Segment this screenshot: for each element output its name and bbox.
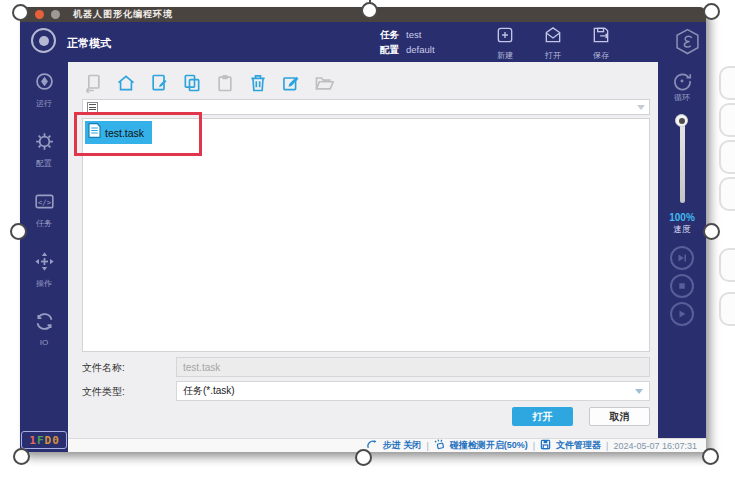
speed-slider-handle[interactable] <box>675 114 688 127</box>
dialog-buttons: 打开 取消 <box>512 407 650 426</box>
config-row: 配置default <box>380 42 435 57</box>
open-folder-icon[interactable] <box>314 73 334 93</box>
selection-handle-left[interactable] <box>10 223 27 240</box>
chevron-down-icon <box>635 389 643 394</box>
task-icon: </> <box>34 191 55 216</box>
separator: | <box>533 441 535 451</box>
sidebar-item-label: 运行 <box>36 98 52 109</box>
hex-char: D <box>45 434 52 447</box>
loop-icon[interactable] <box>671 70 693 92</box>
file-name-text: test.task <box>105 127 144 139</box>
mode-label: 正常模式 <box>67 36 111 51</box>
sidebar-item-run[interactable]: 运行 <box>34 71 55 109</box>
selection-handle-bottom-left[interactable] <box>13 448 30 465</box>
selection-handle-right[interactable] <box>703 223 720 240</box>
selection-handle-top-left[interactable] <box>12 4 29 21</box>
cancel-button[interactable]: 取消 <box>589 407 650 426</box>
speed-percent: 100% <box>669 212 695 223</box>
sidebar-item-label: 任务 <box>36 218 52 229</box>
new-task-button[interactable]: 新建 <box>486 25 524 61</box>
io-icon <box>34 311 55 336</box>
file-type-label: 文件类型: <box>82 385 125 399</box>
separator: | <box>426 441 428 451</box>
app-window: 机器人图形化编程环境 正常模式 任务test 配置default 新建 <box>20 7 706 452</box>
file-type-row: 文件类型: 任务(*.task) <box>68 381 658 401</box>
file-name-row: 文件名称: <box>68 357 658 377</box>
ghost-shape <box>719 140 735 174</box>
file-dialog: test.task 文件名称: 文件类型: 任务(*.task) 打开 取消 <box>68 62 658 438</box>
hex-char: 0 <box>52 434 59 447</box>
file-name-label: 文件名称: <box>82 361 125 375</box>
sidebar-item-io[interactable]: IO <box>34 311 55 347</box>
list-view-icon <box>87 102 98 113</box>
right-sidebar: 循环 100% 速度 <box>658 62 706 438</box>
step-mode-text[interactable]: 步进 关闭 <box>383 439 422 452</box>
ghost-shape <box>719 248 735 282</box>
file-list[interactable]: test.task <box>82 118 650 352</box>
file-type-select[interactable]: 任务(*.task) <box>176 381 650 401</box>
run-icon <box>34 71 55 96</box>
separator: | <box>606 441 608 451</box>
open-task-label: 打开 <box>545 50 561 61</box>
left-sidebar: 运行 配置 </> 任务 操作 <box>20 62 68 452</box>
file-list-item-selected[interactable]: test.task <box>85 121 152 144</box>
file-name-input[interactable] <box>176 357 650 377</box>
hex-char: 1 <box>29 434 36 447</box>
file-manager-icon <box>540 439 551 452</box>
config-value: default <box>406 44 435 55</box>
sidebar-item-config[interactable]: 配置 <box>34 131 55 169</box>
step-forward-icon <box>676 252 688 264</box>
rename-icon[interactable] <box>281 73 301 93</box>
jog-icon <box>34 251 55 276</box>
task-value: test <box>406 29 421 40</box>
play-button[interactable] <box>670 302 694 326</box>
window-title: 机器人图形化编程环境 <box>73 8 173 21</box>
screenshot-stage: 机器人图形化编程环境 正常模式 任务test 配置default 新建 <box>0 0 735 483</box>
close-window-icon[interactable] <box>35 10 44 19</box>
speed-slider[interactable] <box>680 117 685 203</box>
chevron-down-icon <box>637 105 645 110</box>
ghost-shape <box>719 292 735 326</box>
new-doc-icon[interactable] <box>149 73 169 93</box>
play-icon <box>676 308 688 320</box>
paste-icon[interactable] <box>215 73 235 93</box>
collision-text[interactable]: 碰撞检测开启(50%) <box>450 439 528 452</box>
app-logo-icon <box>675 28 700 55</box>
settings-icon <box>34 131 55 156</box>
stop-button[interactable] <box>670 274 694 298</box>
trash-icon[interactable] <box>248 73 268 93</box>
sidebar-item-label: 配置 <box>36 158 52 169</box>
app-header: 正常模式 任务test 配置default 新建 <box>20 22 706 62</box>
open-button[interactable]: 打开 <box>512 407 573 426</box>
file-manager-text[interactable]: 文件管理器 <box>556 439 601 452</box>
selection-handle-bottom-right[interactable] <box>702 448 719 465</box>
ghost-shape <box>719 66 735 100</box>
stop-icon <box>676 280 688 292</box>
task-config-info: 任务test 配置default <box>380 27 435 57</box>
save-task-label: 保存 <box>593 50 609 61</box>
selection-handle-bottom-center[interactable] <box>355 449 372 466</box>
mode-indicator-icon <box>31 28 56 53</box>
selection-handle-top-center[interactable] <box>361 2 378 19</box>
open-task-button[interactable]: 打开 <box>534 25 572 61</box>
loop-label: 循环 <box>674 92 690 103</box>
home-icon[interactable] <box>116 73 136 93</box>
save-file-icon <box>591 25 611 49</box>
sidebar-item-label: IO <box>40 338 48 347</box>
hex-status-badge: 1 F D 0 <box>21 431 67 449</box>
sidebar-item-task[interactable]: </> 任务 <box>34 191 55 229</box>
collision-icon <box>434 439 445 452</box>
selection-handle-top-right[interactable] <box>703 3 720 20</box>
svg-text:</>: </> <box>37 198 51 207</box>
save-task-button[interactable]: 保存 <box>582 25 620 61</box>
path-combobox[interactable] <box>82 99 650 115</box>
ghost-shape <box>719 177 735 211</box>
status-timestamp: 2024-05-07 16:07:31 <box>613 441 697 451</box>
minimize-window-icon[interactable] <box>51 10 60 19</box>
sidebar-item-label: 操作 <box>36 278 52 289</box>
back-icon[interactable] <box>83 73 103 93</box>
step-forward-button[interactable] <box>670 246 694 270</box>
sidebar-item-jog[interactable]: 操作 <box>34 251 55 289</box>
ghost-shape <box>719 103 735 137</box>
copy-icon[interactable] <box>182 73 202 93</box>
